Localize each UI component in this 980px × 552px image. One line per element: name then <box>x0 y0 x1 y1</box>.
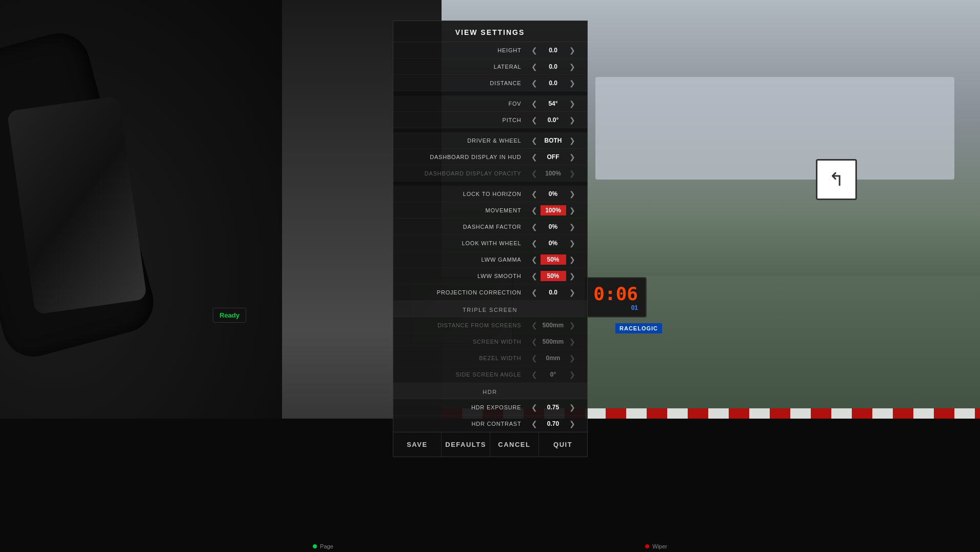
setting-row-lateral: LATERAL ❮ 0.0 ❯ <box>393 58 587 75</box>
dashboard-opacity-increase: ❯ <box>566 170 578 177</box>
save-button[interactable]: SAVE <box>393 432 442 457</box>
page-dot <box>313 544 317 548</box>
control-driver-wheel: ❮ BOTH ❯ <box>528 137 579 144</box>
fov-increase[interactable]: ❯ <box>566 100 578 107</box>
label-side-angle: SIDE SCREEN ANGLE <box>402 371 528 378</box>
ready-text: Ready <box>219 311 239 319</box>
grandstand <box>595 77 954 180</box>
divider-2 <box>393 128 587 132</box>
lww-gamma-increase[interactable]: ❯ <box>566 256 578 263</box>
wiper-dot <box>645 544 649 548</box>
value-lww: 0% <box>541 240 566 247</box>
side-angle-increase: ❯ <box>566 371 578 378</box>
control-lock-horizon: ❮ 0% ❯ <box>528 190 579 198</box>
screen-width-decrease: ❮ <box>528 338 541 345</box>
timer-value: 0:06 <box>593 283 638 304</box>
value-height: 0.0 <box>541 47 566 54</box>
pitch-decrease[interactable]: ❮ <box>528 116 541 124</box>
label-lateral: LATERAL <box>402 64 528 70</box>
hdr-exposure-increase[interactable]: ❯ <box>566 404 578 411</box>
cancel-button[interactable]: CANCEL <box>490 432 539 457</box>
value-side-angle: 0° <box>541 371 566 378</box>
page-label: Page <box>313 543 333 549</box>
driver-wheel-increase[interactable]: ❯ <box>566 137 578 144</box>
dashboard-hud-decrease[interactable]: ❮ <box>528 153 541 161</box>
label-pitch: PITCH <box>402 117 528 123</box>
driver-wheel-decrease[interactable]: ❮ <box>528 137 541 144</box>
control-movement: ❮ 100% ❯ <box>528 205 579 215</box>
height-decrease[interactable]: ❮ <box>528 47 541 54</box>
label-fov: FOV <box>402 101 528 107</box>
label-lww: LOOK WITH WHEEL <box>402 240 528 246</box>
control-height: ❮ 0.0 ❯ <box>528 47 579 54</box>
dashboard-opacity-decrease: ❮ <box>528 170 541 177</box>
control-screen-width: ❮ 500mm ❯ <box>528 338 579 345</box>
value-movement: 100% <box>541 205 566 215</box>
value-dashboard-hud: OFF <box>541 153 566 161</box>
control-lww: ❮ 0% ❯ <box>528 240 579 247</box>
label-driver-wheel: DRIVER & WHEEL <box>402 137 528 144</box>
label-screen-width: SCREEN WIDTH <box>402 339 528 345</box>
divider-1 <box>393 91 587 95</box>
control-dashcam: ❮ 0% ❯ <box>528 223 579 230</box>
settings-panel: VIEW SETTINGS HEIGHT ❮ 0.0 ❯ LATERAL ❮ 0… <box>393 21 588 457</box>
projection-decrease[interactable]: ❮ <box>528 289 541 296</box>
control-lateral: ❮ 0.0 ❯ <box>528 63 579 70</box>
hdr-contrast-increase[interactable]: ❯ <box>566 420 578 427</box>
bottom-hud-right: Wiper <box>645 543 667 549</box>
label-lww-gamma: LWW GAMMA <box>402 257 528 263</box>
label-height: HEIGHT <box>402 47 528 53</box>
setting-row-pitch: PITCH ❮ 0.0° ❯ <box>393 112 587 128</box>
dashboard-hud-increase[interactable]: ❯ <box>566 153 578 161</box>
lww-smooth-decrease[interactable]: ❮ <box>528 272 541 280</box>
setting-row-hdr-contrast: HDR CONTRAST ❮ 0.70 ❯ <box>393 416 587 432</box>
distance-increase[interactable]: ❯ <box>566 80 578 87</box>
control-side-angle: ❮ 0° ❯ <box>528 371 579 378</box>
setting-row-driver-wheel: DRIVER & WHEEL ❮ BOTH ❯ <box>393 132 587 149</box>
setting-row-screen-width: SCREEN WIDTH ❮ 500mm ❯ <box>393 333 587 350</box>
value-screen-width: 500mm <box>541 338 566 345</box>
dashcam-decrease[interactable]: ❮ <box>528 223 541 230</box>
bottom-buttons: SAVE DEFAULTS CANCEL QUIT <box>393 432 587 457</box>
label-projection: PROJECTION CORRECTION <box>402 289 528 295</box>
label-dashcam: DASHCAM FACTOR <box>402 224 528 230</box>
defaults-button[interactable]: DEFAULTS <box>442 432 490 457</box>
setting-row-fov: FOV ❮ 54° ❯ <box>393 95 587 112</box>
lww-decrease[interactable]: ❮ <box>528 240 541 247</box>
pitch-increase[interactable]: ❯ <box>566 116 578 124</box>
quit-button[interactable]: QUIT <box>539 432 587 457</box>
fov-decrease[interactable]: ❮ <box>528 100 541 107</box>
height-increase[interactable]: ❯ <box>566 47 578 54</box>
control-hdr-exposure: ❮ 0.75 ❯ <box>528 404 579 411</box>
control-hdr-contrast: ❮ 0.70 ❯ <box>528 420 579 427</box>
control-pitch: ❮ 0.0° ❯ <box>528 116 579 124</box>
lock-horizon-increase[interactable]: ❯ <box>566 190 578 198</box>
lww-increase[interactable]: ❯ <box>566 240 578 247</box>
label-lock-horizon: LOCK TO HORIZON <box>402 191 528 197</box>
setting-row-dashboard-hud: DASHBOARD DISPLAY IN HUD ❮ OFF ❯ <box>393 149 587 165</box>
triple-screen-header: TRIPLE SCREEN <box>402 307 579 313</box>
lww-gamma-decrease[interactable]: ❮ <box>528 256 541 263</box>
lock-horizon-decrease[interactable]: ❮ <box>528 190 541 198</box>
dashcam-increase[interactable]: ❯ <box>566 223 578 230</box>
hdr-contrast-decrease[interactable]: ❮ <box>528 420 541 427</box>
hdr-exposure-decrease[interactable]: ❮ <box>528 404 541 411</box>
value-dist-screens: 500mm <box>541 322 566 329</box>
label-distance: DISTANCE <box>402 80 528 86</box>
setting-row-dashboard-opacity: DASHBOARD DISPLAY OPACITY ❮ 100% ❯ <box>393 165 587 182</box>
control-projection: ❮ 0.0 ❯ <box>528 289 579 296</box>
distance-decrease[interactable]: ❮ <box>528 80 541 87</box>
value-hdr-exposure: 0.75 <box>541 404 566 411</box>
projection-increase[interactable]: ❯ <box>566 289 578 296</box>
dist-screens-increase: ❯ <box>566 322 578 329</box>
value-projection: 0.0 <box>541 289 566 296</box>
label-dashboard-hud: DASHBOARD DISPLAY IN HUD <box>402 154 528 160</box>
settings-list: HEIGHT ❮ 0.0 ❯ LATERAL ❮ 0.0 ❯ DISTANCE … <box>393 42 587 432</box>
lww-smooth-increase[interactable]: ❯ <box>566 272 578 280</box>
movement-increase[interactable]: ❯ <box>566 207 578 214</box>
lateral-increase[interactable]: ❯ <box>566 63 578 70</box>
timer-display: 0:06 01 <box>585 277 647 318</box>
movement-decrease[interactable]: ❮ <box>528 207 541 214</box>
lateral-decrease[interactable]: ❮ <box>528 63 541 70</box>
value-bezel-width: 0mm <box>541 354 566 362</box>
